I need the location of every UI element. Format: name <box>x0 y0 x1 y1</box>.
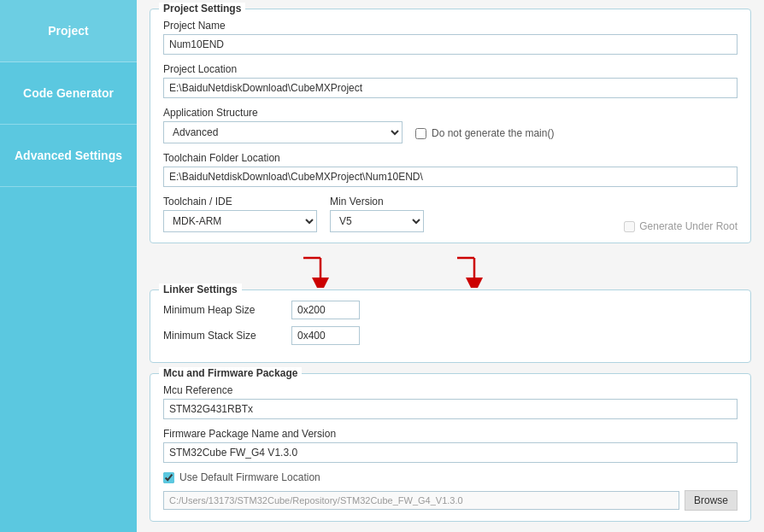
min-stack-label: Minimum Stack Size <box>163 330 283 342</box>
do-not-generate-checkbox[interactable] <box>415 128 426 139</box>
sidebar-item-project[interactable]: Project <box>0 0 137 62</box>
application-structure-label: Application Structure <box>163 107 738 119</box>
main-content: Project Settings Project Name Project Lo… <box>137 0 764 532</box>
project-location-group: Project Location <box>163 63 738 98</box>
toolchain-ide-col: Toolchain / IDE MDK-ARM EWARM STM32CubeI… <box>163 196 317 232</box>
min-version-col: Min Version V5 V4 <box>330 196 424 232</box>
firmware-package-label: Firmware Package Name and Version <box>163 428 738 440</box>
mcu-reference-input[interactable] <box>163 399 738 419</box>
sidebar-item-label: Advanced Settings <box>15 149 122 162</box>
generate-root-row: Generate Under Root <box>624 220 738 232</box>
firmware-package-group: Firmware Package Name and Version <box>163 428 738 463</box>
do-not-generate-row: Do not generate the main() <box>415 127 554 139</box>
do-not-generate-label: Do not generate the main() <box>432 127 554 139</box>
red-arrows-svg <box>235 254 577 288</box>
sidebar-item-advanced-settings[interactable]: Advanced Settings <box>0 125 137 187</box>
linker-settings-section: Linker Settings Minimum Heap Size Minimu… <box>150 289 751 363</box>
min-stack-input[interactable] <box>291 326 360 345</box>
project-name-input[interactable] <box>163 34 738 55</box>
arrows-annotation <box>150 254 751 288</box>
mcu-firmware-section: Mcu and Firmware Package Mcu Reference F… <box>150 373 751 522</box>
firmware-path-row: Browse <box>163 490 738 511</box>
generate-root-checkbox <box>624 221 635 232</box>
project-location-input[interactable] <box>163 78 738 98</box>
application-structure-group: Application Structure Advanced Basic Do … <box>163 107 738 143</box>
application-structure-select[interactable]: Advanced Basic <box>163 121 403 143</box>
linker-settings-title: Linker Settings <box>159 284 242 295</box>
min-version-select[interactable]: V5 V4 <box>330 210 424 232</box>
mcu-firmware-title: Mcu and Firmware Package <box>159 367 302 379</box>
sidebar: Project Code Generator Advanced Settings <box>0 0 137 532</box>
firmware-path-input <box>163 491 679 510</box>
project-name-label: Project Name <box>163 20 738 32</box>
project-name-group: Project Name <box>163 20 738 55</box>
application-structure-row: Advanced Basic Do not generate the main(… <box>163 121 738 143</box>
min-version-label: Min Version <box>330 196 424 208</box>
sidebar-item-label: Project <box>48 24 88 38</box>
firmware-package-input[interactable] <box>163 442 738 463</box>
toolchain-ide-select[interactable]: MDK-ARM EWARM STM32CubeIDE <box>163 210 317 232</box>
use-default-firmware-label: Use Default Firmware Location <box>179 471 320 483</box>
project-location-label: Project Location <box>163 63 738 75</box>
min-heap-row: Minimum Heap Size <box>163 301 738 319</box>
use-default-firmware-row: Use Default Firmware Location <box>163 471 738 483</box>
toolchain-folder-input[interactable] <box>163 167 738 187</box>
min-heap-label: Minimum Heap Size <box>163 304 283 316</box>
generate-root-label: Generate Under Root <box>639 220 738 232</box>
toolchain-ide-label: Toolchain / IDE <box>163 196 317 208</box>
application-structure-wrap: Advanced Basic <box>163 121 403 143</box>
mcu-reference-group: Mcu Reference <box>163 384 738 419</box>
toolchain-folder-label: Toolchain Folder Location <box>163 152 738 164</box>
browse-button[interactable]: Browse <box>685 490 738 511</box>
generate-root-col: Generate Under Root <box>437 220 738 232</box>
project-settings-title: Project Settings <box>159 3 245 15</box>
mcu-reference-label: Mcu Reference <box>163 384 738 396</box>
toolchain-folder-group: Toolchain Folder Location <box>163 152 738 187</box>
min-heap-input[interactable] <box>291 301 360 319</box>
project-settings-section: Project Settings Project Name Project Lo… <box>150 9 751 243</box>
toolchain-ide-row: Toolchain / IDE MDK-ARM EWARM STM32CubeI… <box>163 196 738 232</box>
sidebar-item-code-generator[interactable]: Code Generator <box>0 62 137 125</box>
use-default-firmware-checkbox[interactable] <box>163 472 174 483</box>
sidebar-item-label: Code Generator <box>23 86 114 100</box>
min-stack-row: Minimum Stack Size <box>163 326 738 345</box>
